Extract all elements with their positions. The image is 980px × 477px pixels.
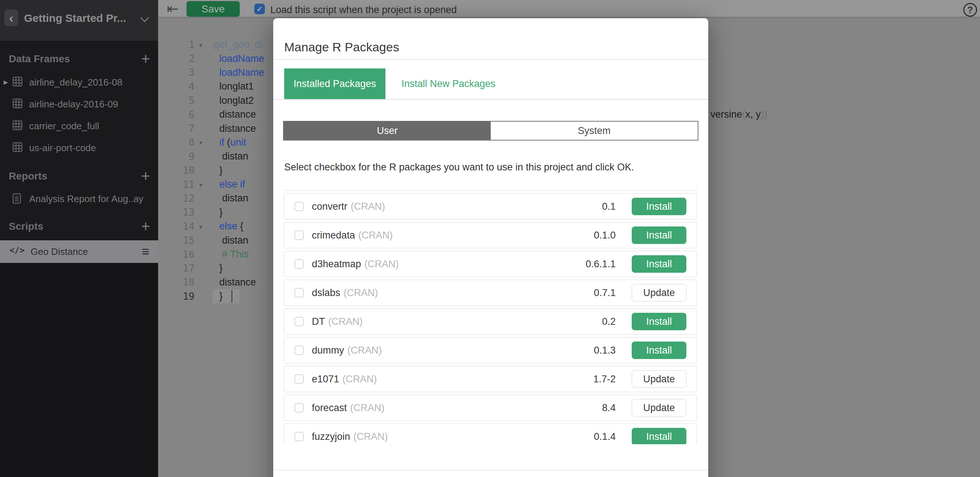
- sidebar-item-script-selected[interactable]: </> Geo Distance ≡: [0, 240, 158, 263]
- code-token: distance: [214, 277, 256, 288]
- package-list[interactable]: convertr (CRAN) 0.1 Install crimedata (C…: [284, 189, 697, 444]
- help-icon[interactable]: ?: [963, 3, 977, 17]
- package-action-button[interactable]: Update: [632, 284, 686, 302]
- package-action-button[interactable]: Install: [632, 255, 686, 273]
- package-action-button[interactable]: Install: [632, 428, 686, 444]
- fold-arrow-icon[interactable]: [194, 114, 207, 115]
- fold-arrow-icon[interactable]: [194, 240, 207, 241]
- sidebar-item-data-frame[interactable]: ▶ airline_delay_2016-08: [0, 72, 158, 93]
- expand-arrow-icon[interactable]: ▶: [4, 79, 8, 86]
- scope-user-button[interactable]: User: [284, 122, 491, 140]
- package-row: fuzzyjoin (CRAN) 0.1.4 Install: [284, 423, 697, 444]
- dialog-title: Manage R Packages: [284, 40, 399, 54]
- code-text: }: [207, 207, 223, 218]
- package-checkbox[interactable]: [294, 259, 304, 269]
- fold-arrow-icon[interactable]: [194, 253, 207, 255]
- package-action-button[interactable]: Install: [632, 342, 686, 359]
- package-checkbox[interactable]: [294, 345, 304, 355]
- fold-arrow-icon[interactable]: [194, 267, 207, 269]
- fold-arrow-icon[interactable]: [194, 281, 207, 283]
- fold-arrow-icon[interactable]: [194, 100, 207, 101]
- package-checkbox[interactable]: [294, 317, 304, 326]
- code-token: unit: [230, 137, 246, 148]
- package-row: dummy (CRAN) 0.1.3 Install: [284, 337, 697, 363]
- sidebar-item-data-frame[interactable]: ▶ carrier_code_full: [0, 115, 158, 137]
- code-text: if (unit: [207, 137, 246, 148]
- add-data-frame-button[interactable]: +: [141, 50, 150, 68]
- package-source: (CRAN): [364, 259, 399, 270]
- add-report-button[interactable]: +: [141, 167, 150, 185]
- fold-arrow-icon[interactable]: [194, 86, 207, 87]
- package-action-button[interactable]: Install: [632, 198, 686, 215]
- package-action-button[interactable]: Install: [632, 226, 686, 244]
- load-script-checkbox[interactable]: ✓: [254, 4, 265, 14]
- tab-install-new-packages[interactable]: Install New Packages: [385, 68, 511, 99]
- sidebar: ‹ Getting Started Pr... Data Frames + ▶ …: [0, 0, 158, 477]
- fold-arrow-icon[interactable]: [194, 295, 207, 297]
- package-checkbox[interactable]: [294, 432, 304, 441]
- package-action-button[interactable]: Update: [632, 399, 686, 417]
- package-name: e1071: [312, 374, 339, 385]
- section-label: Reports: [9, 170, 47, 182]
- project-title[interactable]: Getting Started Pr...: [24, 12, 126, 24]
- package-name: dslabs: [312, 287, 340, 299]
- sidebar-item-data-frame[interactable]: ▶ airline-delay-2016-09: [0, 93, 158, 115]
- fold-arrow-icon[interactable]: ▾: [194, 222, 207, 231]
- fold-arrow-icon[interactable]: [194, 170, 207, 171]
- code-token: )): [761, 109, 767, 120]
- line-number: 18: [158, 277, 194, 288]
- collapse-sidebar-icon[interactable]: ⇤: [167, 1, 178, 17]
- script-item-label: Geo Distance: [30, 246, 88, 258]
- package-version: 8.4: [602, 402, 616, 413]
- chevron-down-icon[interactable]: [140, 17, 150, 24]
- fold-arrow-icon[interactable]: [194, 72, 207, 73]
- code-text: loadName: [207, 67, 264, 78]
- fold-arrow-icon[interactable]: [194, 211, 207, 213]
- sidebar-item-report[interactable]: Analysis Report for Aug..ay: [0, 188, 158, 210]
- package-source: (CRAN): [328, 316, 363, 328]
- dialog-tabs: Installed Packages Install New Packages: [284, 68, 511, 99]
- code-token: [237, 179, 240, 190]
- scope-system-button[interactable]: System: [491, 122, 698, 140]
- package-action-button[interactable]: Install: [632, 313, 686, 330]
- package-checkbox[interactable]: [294, 231, 304, 240]
- fold-arrow-icon[interactable]: [194, 128, 207, 129]
- fold-arrow-icon[interactable]: [194, 156, 207, 157]
- code-text: get_geo_di: [207, 38, 262, 50]
- item-label: us-air-port-code: [29, 142, 96, 154]
- code-token: loadName: [219, 53, 264, 64]
- package-checkbox[interactable]: [294, 288, 304, 297]
- package-source: (CRAN): [350, 402, 385, 413]
- table-grid-icon: [13, 142, 22, 154]
- line-number: 4: [158, 81, 194, 92]
- save-button[interactable]: Save: [186, 1, 240, 17]
- code-token: }: [214, 207, 223, 218]
- package-action-button[interactable]: Update: [632, 370, 686, 388]
- code-token: else: [219, 179, 237, 190]
- code-token: [214, 249, 222, 260]
- sidebar-item-data-frame[interactable]: ▶ us-air-port-code: [0, 137, 158, 159]
- line-number: 12: [158, 192, 194, 204]
- script-menu-icon[interactable]: ≡: [142, 244, 150, 259]
- package-checkbox[interactable]: [294, 202, 304, 211]
- manage-r-packages-dialog: Manage R Packages Installed Packages Ins…: [273, 18, 708, 477]
- fold-arrow-icon[interactable]: ▾: [194, 180, 207, 189]
- fold-arrow-icon[interactable]: [194, 197, 207, 199]
- package-source: (CRAN): [348, 345, 382, 356]
- fold-arrow-icon[interactable]: ▾: [194, 138, 207, 147]
- package-row: forecast (CRAN) 8.4 Update: [284, 395, 697, 421]
- back-button[interactable]: ‹: [4, 10, 18, 26]
- section-data-frames: Data Frames + ▶ airline_delay_2016-08 ▶ …: [0, 51, 158, 159]
- package-name: convertr: [312, 201, 348, 212]
- code-token: distan: [214, 192, 248, 204]
- tab-installed-packages[interactable]: Installed Packages: [284, 68, 385, 99]
- fold-arrow-icon[interactable]: ▾: [194, 40, 207, 49]
- line-number: 8: [158, 137, 194, 148]
- add-script-button[interactable]: +: [141, 218, 150, 235]
- line-number: 13: [158, 207, 194, 218]
- package-checkbox[interactable]: [294, 403, 304, 413]
- line-number: 2: [158, 53, 194, 64]
- package-checkbox[interactable]: [294, 374, 304, 384]
- fold-arrow-icon[interactable]: [194, 58, 207, 59]
- package-name: fuzzyjoin: [312, 431, 350, 442]
